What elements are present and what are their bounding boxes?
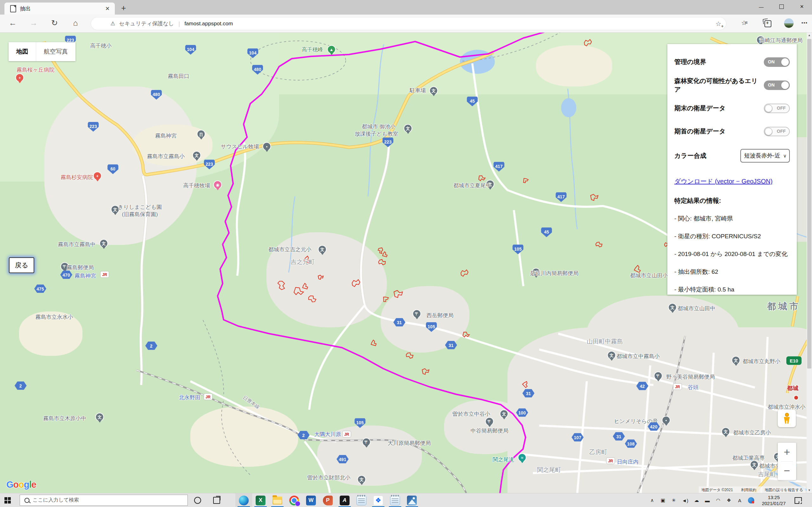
taskbar-app-chrome[interactable] xyxy=(286,493,303,507)
browser-tabstrip: 抽出 ✕ + — ✕ xyxy=(0,0,812,14)
color-composite-value: 短波長赤外-近 xyxy=(744,152,780,159)
route-shield: 31 xyxy=(445,341,457,349)
star-plus-badge: + xyxy=(721,24,723,29)
tray-wifi-icon[interactable]: ◠ xyxy=(716,498,721,503)
map-view-button[interactable]: 地図 xyxy=(9,42,36,61)
route-shield: 491 xyxy=(337,455,349,464)
home-icon[interactable]: ⌂ xyxy=(70,18,81,27)
route-shield: 31 xyxy=(522,389,535,398)
pegman-button[interactable] xyxy=(778,409,796,427)
tray-slack-icon[interactable]: ✳ xyxy=(671,498,676,503)
toggle-switch-off[interactable]: OFF xyxy=(764,127,790,136)
toggle-state-text: ON xyxy=(768,59,774,64)
tray-chevron-up-icon[interactable]: ∧ xyxy=(650,498,655,503)
taskbar-app-folder[interactable] xyxy=(269,493,286,507)
taskbar-app-notepad[interactable] xyxy=(387,493,403,507)
close-button[interactable]: ✕ xyxy=(792,0,812,13)
tray-icons: ∧▣✳◄)☁▬◠❖A xyxy=(650,498,742,503)
route-shield: 223 xyxy=(88,122,99,132)
toggle-switch-on[interactable]: ON xyxy=(764,80,790,90)
taskbar-app-acrobat[interactable]: A xyxy=(336,493,353,507)
start-button[interactable] xyxy=(4,497,11,504)
security-label: セキュリティ保護なし xyxy=(119,20,174,27)
browser-tab[interactable]: 抽出 ✕ xyxy=(4,3,115,14)
toggle-label: 森林変化の可能性があるエリア xyxy=(674,77,764,94)
route-shield: 42 xyxy=(636,382,648,390)
satellite-view-button[interactable]: 航空写真 xyxy=(36,42,75,61)
dropbox-icon: ❖ xyxy=(373,496,383,505)
cortana-icon[interactable] xyxy=(194,497,201,504)
tray-ime-icon[interactable]: A xyxy=(737,498,742,503)
route-shield: 475 xyxy=(34,285,46,293)
route-shield: 470 xyxy=(60,271,72,279)
layer-control-panel: 管理の境界ON森林変化の可能性があるエリアON期末の衛星データOFF期首の衛星デ… xyxy=(667,44,797,295)
back-to-form-button[interactable]: 戻る xyxy=(9,257,34,273)
result-item: - 関心: 都城市, 宮崎県 xyxy=(674,215,790,223)
tray-onedrive-icon[interactable]: ☁ xyxy=(694,498,699,503)
notification-center-icon[interactable] xyxy=(795,497,802,504)
restore-button[interactable] xyxy=(771,0,792,13)
clock-time: 13:25 xyxy=(762,494,786,500)
favorites-icon[interactable]: ☆ xyxy=(739,19,750,26)
taskbar-app-edge[interactable] xyxy=(235,493,252,507)
zoom-in-button[interactable]: + xyxy=(778,443,796,461)
zoom-out-button[interactable]: − xyxy=(778,462,796,481)
tray-volume-icon[interactable]: ◄) xyxy=(682,498,688,503)
ppt-icon: P xyxy=(323,496,333,505)
taskbar-app-dropbox[interactable]: ❖ xyxy=(370,493,387,507)
scroll-up-arrow[interactable]: ▲ xyxy=(807,33,812,38)
taskbar-app-excel[interactable]: X xyxy=(252,493,269,507)
taskbar-app-word[interactable]: W xyxy=(303,493,319,507)
tray-camera-icon[interactable]: ▣ xyxy=(660,498,665,503)
minimize-button[interactable]: — xyxy=(751,0,771,13)
taskbar-clock[interactable]: 13:25 2021/01/27 xyxy=(762,494,786,506)
window-controls: — ✕ xyxy=(751,0,812,13)
restore-icon xyxy=(779,4,784,9)
favorite-add-icon[interactable]: ☆ + xyxy=(716,20,721,27)
photos-icon xyxy=(407,496,417,505)
result-item: - 最小特定面積: 0.5 ha xyxy=(674,285,790,294)
new-tab-button[interactable]: + xyxy=(121,3,126,13)
taskbar-search[interactable]: ここに入力して検索 xyxy=(20,495,188,506)
terms-link[interactable]: 利用規約 xyxy=(741,487,757,493)
browser-menu-icon[interactable]: ⋯ xyxy=(799,19,810,26)
address-bar[interactable]: ⚠ セキュリティ保護なし | famost.appspot.com ☆ + xyxy=(91,17,726,30)
task-view-icon[interactable] xyxy=(213,497,220,504)
scroll-down-arrow[interactable]: ▼ xyxy=(807,488,812,493)
route-shield: 100 xyxy=(516,408,528,417)
google-logo-letter: e xyxy=(32,480,36,490)
system-tray: ∧▣✳◄)☁▬◠❖A 13:25 2021/01/27 xyxy=(650,493,802,507)
scrollbar-thumb[interactable] xyxy=(807,39,811,369)
toggle-state-text: OFF xyxy=(777,129,786,134)
profile-avatar[interactable] xyxy=(783,18,794,30)
notepad-icon xyxy=(357,496,366,505)
color-composite-select[interactable]: 短波長赤外-近 ∨ xyxy=(740,149,790,163)
toggle-label: 管理の境界 xyxy=(674,58,706,66)
route-shield: 108 xyxy=(625,440,637,448)
report-error-link[interactable]: 地図の誤りを報告する xyxy=(765,487,803,493)
page-scrollbar[interactable]: ▲ ▼ xyxy=(807,33,812,493)
collections-icon[interactable] xyxy=(763,20,773,29)
route-shield: 105 xyxy=(426,322,437,332)
toggle-switch-off[interactable]: OFF xyxy=(764,104,790,113)
search-icon xyxy=(24,498,30,503)
route-shield: 60 xyxy=(107,164,119,174)
route-shield: 45 xyxy=(541,228,552,237)
toggle-switch-on[interactable]: ON xyxy=(764,57,790,67)
route-shield: 31 xyxy=(613,432,625,441)
results-heading: 特定結果の情報: xyxy=(674,196,790,205)
tray-dropbox-icon[interactable]: ❖ xyxy=(726,498,731,503)
tray-battery-icon[interactable]: ▬ xyxy=(705,498,710,503)
result-item: - 衛星の種別: COPERNICUS/S2 xyxy=(674,232,790,240)
taskbar-app-notepad[interactable] xyxy=(353,493,370,507)
search-placeholder: ここに入力して検索 xyxy=(33,497,79,504)
taskbar-app-photos[interactable] xyxy=(403,493,420,507)
download-geojson-link[interactable]: ダウンロード (vector − GeoJSON) xyxy=(674,177,773,186)
reload-icon[interactable]: ↻ xyxy=(49,18,60,27)
pegman-icon xyxy=(784,413,790,424)
tab-close-icon[interactable]: ✕ xyxy=(103,5,112,13)
taskbar-app-ppt[interactable]: P xyxy=(319,493,336,507)
chrome-icon xyxy=(289,496,299,505)
tray-weather-icon[interactable] xyxy=(748,497,754,504)
back-icon[interactable]: ← xyxy=(7,18,18,27)
